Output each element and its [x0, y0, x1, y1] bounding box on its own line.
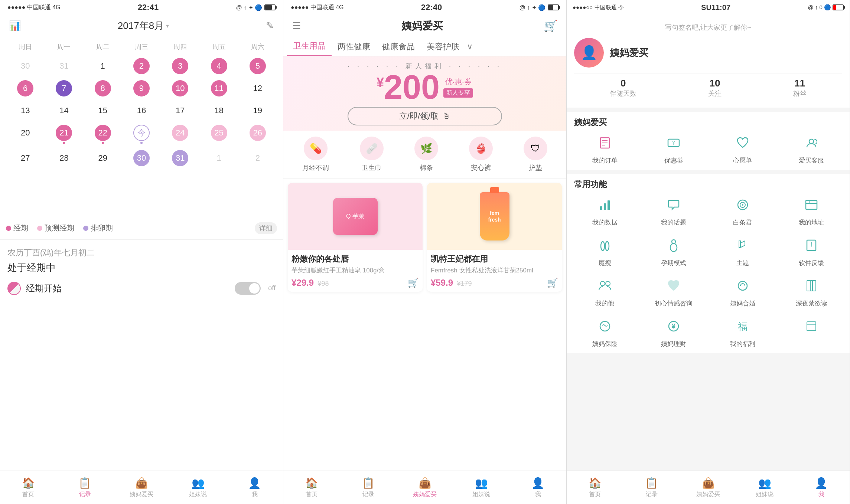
cal-day[interactable]: 5	[238, 56, 277, 76]
cal-day[interactable]: 13	[6, 100, 45, 121]
cal-day[interactable]: 14	[45, 100, 83, 121]
cal-day[interactable]: 10	[161, 78, 199, 99]
cal-day[interactable]: 27	[6, 148, 45, 168]
nav-social-3[interactable]: 👥 姐妹说	[736, 477, 793, 498]
cat-icon-liner[interactable]: 🛡 护垫	[524, 137, 547, 172]
feature-feedback[interactable]: ! 软件反馈	[777, 234, 846, 267]
cal-day[interactable]: 6	[6, 78, 45, 99]
cal-day[interactable]: 29	[84, 148, 122, 168]
cal-day[interactable]: 9	[122, 78, 161, 99]
feature-slim[interactable]: 魔瘦	[570, 234, 639, 267]
cal-day[interactable]: 25	[199, 122, 238, 146]
nav-shop-2[interactable]: 👜 姨妈爱买	[397, 477, 453, 498]
nav-home-3[interactable]: 🏠 首页	[567, 477, 623, 498]
cart-icon[interactable]: 🛒	[544, 19, 557, 32]
feature-service[interactable]: 爱买客服	[777, 132, 846, 165]
cal-day[interactable]: 2	[122, 56, 161, 76]
nav-record-3[interactable]: 📋 记录	[623, 477, 680, 498]
feature-baitiao[interactable]: 白条君	[708, 194, 777, 227]
add-to-cart-2[interactable]: 🛒	[547, 278, 558, 288]
cal-day[interactable]: 18	[199, 100, 238, 121]
cal-day[interactable]: 30	[122, 148, 161, 168]
nav-home-2[interactable]: 🏠 首页	[283, 477, 340, 498]
tab-beauty[interactable]: 美容护肤	[421, 37, 465, 56]
nav-social-1[interactable]: 👥 姐妹说	[170, 477, 226, 498]
nav-record-2[interactable]: 📋 记录	[340, 477, 396, 498]
feature-reading[interactable]: 深夜禁欲读	[777, 275, 846, 308]
cal-day[interactable]: 1	[199, 148, 238, 168]
cat-icon-menstrual[interactable]: 💊 月经不调	[302, 137, 329, 172]
cal-day[interactable]: 17	[161, 100, 199, 121]
more-categories-icon[interactable]: ∨	[467, 42, 473, 52]
nav-me-1[interactable]: 👤 我	[227, 477, 283, 498]
feature-finance[interactable]: ¥ 姨妈理财	[639, 315, 709, 348]
cal-day[interactable]: 21	[45, 122, 83, 146]
cal-day[interactable]: 3	[161, 56, 199, 76]
cal-day[interactable]: 22	[84, 122, 122, 146]
feature-wishlist[interactable]: 心愿单	[708, 132, 777, 165]
svg-rect-9	[608, 200, 610, 210]
cal-day-today[interactable]: 今	[122, 122, 161, 146]
detail-button[interactable]: 详细	[255, 222, 277, 234]
product-card-2[interactable]: femfresh 凯特王妃都在用 Femfresh 女性私处洗液洋甘菊250ml…	[427, 183, 562, 292]
nav-record-1[interactable]: 📋 记录	[56, 477, 113, 498]
nav-me-2[interactable]: 👤 我	[510, 477, 566, 498]
banner-claim-button[interactable]: 立/即/领/取 🖱	[348, 107, 502, 125]
feature-theme[interactable]: 主题	[708, 234, 777, 267]
feature-insurance[interactable]: 姨妈保险	[570, 315, 639, 348]
cal-day[interactable]: 26	[238, 122, 277, 146]
nav-me-3[interactable]: 👤 我	[793, 477, 850, 498]
feature-pregnancy[interactable]: 孕期模式	[639, 234, 709, 267]
feature-mydata[interactable]: 我的数据	[570, 194, 639, 227]
nav-social-2[interactable]: 👥 姐妹说	[453, 477, 509, 498]
feature-myhe[interactable]: 我的他	[570, 275, 639, 308]
cal-day[interactable]: 20	[6, 122, 45, 146]
feature-extra[interactable]	[777, 315, 846, 348]
stat-companions[interactable]: 0 伴随天数	[610, 78, 636, 98]
cal-day[interactable]: 19	[238, 100, 277, 121]
cat-icon-panties[interactable]: 👙 安心裤	[469, 137, 493, 172]
myhe-label: 我的他	[595, 299, 614, 308]
cal-day[interactable]: 31	[161, 148, 199, 168]
cal-day[interactable]: 12	[238, 78, 277, 99]
calendar-body: 周日 周一 周二 周三 周四 周五 周六 30 31 1 2 3 4 5 6 7…	[0, 37, 283, 217]
cal-day[interactable]: 15	[84, 100, 122, 121]
feature-address[interactable]: 我的地址	[777, 194, 846, 227]
stats-icon[interactable]: 📊	[9, 20, 21, 32]
product-card-1[interactable]: Q 芋茉 粉嫩你的各处唇 芋茉细腻嫩红手工精油皂 100g/盒 ¥29.9 ¥9…	[288, 183, 423, 292]
add-to-cart-1[interactable]: 🛒	[408, 278, 419, 288]
cat-icon-pad[interactable]: 🩹 卫生巾	[360, 137, 384, 172]
cal-day[interactable]: 31	[45, 56, 83, 76]
tab-health[interactable]: 两性健康	[332, 37, 376, 56]
nav-shop-1[interactable]: 👜 姨妈爱买	[113, 477, 170, 498]
month-title[interactable]: 2017年8月 ▾	[118, 19, 169, 32]
cat-icon-tampon[interactable]: 🌿 棉条	[414, 137, 438, 172]
menu-search-icon[interactable]: ☰	[292, 20, 301, 32]
feature-welfare[interactable]: 福 我的福利	[708, 315, 777, 348]
stat-following[interactable]: 10 关注	[708, 78, 722, 98]
cal-day[interactable]: 16	[122, 100, 161, 121]
cal-day[interactable]: 7	[45, 78, 83, 99]
cal-day[interactable]: 1	[84, 56, 122, 76]
cal-day[interactable]: 24	[161, 122, 199, 146]
feature-marriage[interactable]: 姨妈合婚	[708, 275, 777, 308]
tab-hygiene[interactable]: 卫生用品	[287, 37, 332, 56]
cal-day[interactable]: 11	[199, 78, 238, 99]
edit-icon[interactable]: ✎	[266, 20, 274, 32]
feature-coupons[interactable]: ¥ 优惠券	[639, 132, 709, 165]
cal-day[interactable]: 2	[238, 148, 277, 168]
nav-shop-3[interactable]: 👜 姨妈爱买	[680, 477, 736, 498]
cal-day[interactable]: 30	[6, 56, 45, 76]
feature-orders[interactable]: 我的订单	[570, 132, 639, 165]
service-icon	[800, 132, 823, 154]
period-toggle[interactable]	[235, 282, 261, 295]
insurance-icon	[594, 315, 616, 337]
cal-day[interactable]: 4	[199, 56, 238, 76]
feature-mytopic[interactable]: 我的话题	[639, 194, 709, 227]
cal-day[interactable]: 28	[45, 148, 83, 168]
feature-consulting[interactable]: 初心情感咨询	[639, 275, 709, 308]
nav-home-1[interactable]: 🏠 首页	[0, 477, 56, 498]
tab-food[interactable]: 健康食品	[376, 37, 421, 56]
stat-followers[interactable]: 11 粉丝	[793, 78, 807, 98]
cal-day[interactable]: 8	[84, 78, 122, 99]
